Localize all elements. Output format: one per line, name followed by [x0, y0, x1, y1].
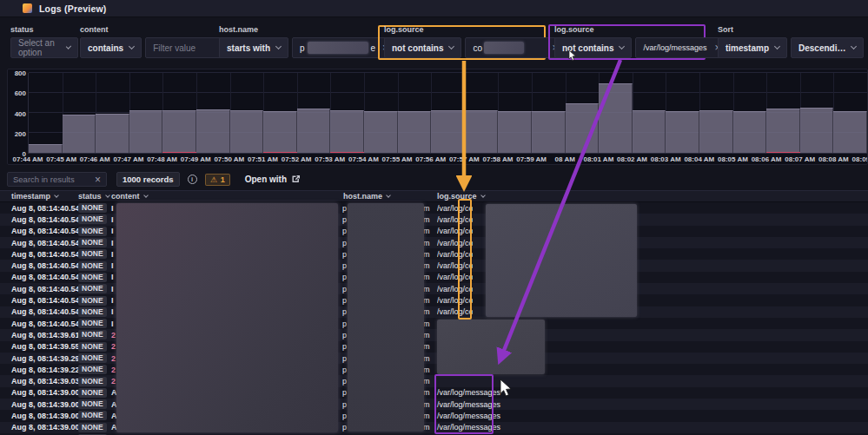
table-row[interactable]: Aug 8, 08:14:40.541NONEIpm/var/log/co: [0, 202, 868, 214]
column-header-log-source[interactable]: log.source: [437, 192, 485, 201]
filter-label-log-source: log.source: [384, 25, 566, 34]
cell-host-prefix: p: [342, 353, 347, 364]
table-row[interactable]: Aug 8, 08:14:40.541NONEIpm/var/log/co: [0, 272, 868, 283]
cell-log-source: /var/log/messages: [437, 399, 500, 410]
chevron-down-icon: [774, 43, 780, 49]
table-row[interactable]: Aug 8, 08:14:39.000NONEApm/var/log/messa…: [0, 387, 868, 399]
table-row[interactable]: Aug 8, 08:14:40.541NONEIpm/var/log/co: [0, 283, 868, 294]
cell-status: NONE: [78, 283, 107, 294]
table-body: Aug 8, 08:14:40.541NONEIpm/var/log/coAug…: [0, 202, 868, 435]
cell-timestamp: Aug 8, 08:14:39.000: [11, 399, 84, 410]
x-tick-label: 07:56 AM: [415, 155, 446, 163]
cell-content: 2: [111, 364, 116, 375]
column-header-timestamp[interactable]: timestamp: [11, 192, 58, 201]
cell-timestamp: Aug 8, 08:14:39.000: [11, 410, 84, 421]
chevron-down-icon: [54, 193, 59, 198]
y-tick-label: 600: [15, 89, 26, 97]
x-tick-label: 07:48 AM: [147, 155, 177, 163]
log-source-2-filter-input[interactable]: /var/log/messages ×: [635, 37, 728, 58]
content-filter-input[interactable]: Filter value: [145, 37, 229, 58]
table-row[interactable]: Aug 8, 08:14:40.541NONEIpm/var/log/co: [0, 260, 868, 271]
host-name-filter-input[interactable]: p e ×: [292, 37, 396, 58]
open-with-button[interactable]: Open with: [245, 175, 301, 184]
content-operator-select[interactable]: contains: [80, 37, 142, 58]
cell-status: NONE: [78, 226, 107, 237]
log-source-2-operator-select[interactable]: not contains: [554, 37, 632, 58]
cell-content: A: [111, 387, 117, 399]
cell-timestamp: Aug 8, 08:14:39.229: [11, 364, 84, 375]
x-tick-label: 07:51 AM: [248, 155, 278, 163]
column-header-status[interactable]: status: [78, 192, 109, 201]
cell-content: I: [111, 283, 114, 294]
status-badge: NONE: [78, 388, 107, 398]
cell-host-suffix: m: [423, 226, 430, 237]
cell-host-suffix: m: [423, 422, 430, 433]
cell-host-prefix: p: [342, 410, 347, 421]
x-tick-label: 07:45 AM: [46, 155, 76, 163]
log-source-1-filter-input[interactable]: co ×: [465, 37, 566, 58]
sort-label: Sort: [718, 25, 868, 34]
cell-status: NONE: [78, 237, 107, 248]
cell-log-source: /var/log/co: [437, 214, 473, 225]
table-row[interactable]: Aug 8, 08:14:39.612NONE2pm: [0, 329, 868, 340]
table-row[interactable]: Aug 8, 08:14:40.541NONEIpm/var/log/co: [0, 318, 868, 329]
chart-bar: [263, 111, 297, 153]
table-row[interactable]: Aug 8, 08:14:39.229NONE2pm: [0, 364, 868, 375]
cell-content: I: [111, 226, 114, 237]
chevron-down-icon: [143, 193, 149, 198]
chart-error-bar: [162, 152, 196, 153]
cell-timestamp: Aug 8, 08:14:39.291: [11, 353, 84, 364]
cell-log-source: /var/log/co: [437, 226, 473, 237]
info-icon[interactable]: i: [188, 175, 197, 184]
cell-status: NONE: [78, 318, 107, 329]
chart-bar: [196, 109, 230, 153]
cell-timestamp: Aug 8, 08:14:40.541: [11, 214, 84, 225]
cell-log-source: /var/log/co: [437, 294, 473, 306]
y-tick-label: 800: [15, 69, 26, 77]
status-badge: NONE: [78, 411, 107, 420]
sort-direction-select[interactable]: Descendi…: [791, 37, 864, 58]
table-row[interactable]: Aug 8, 08:14:40.541NONEIpm/var/log/co: [0, 248, 868, 260]
chart-bar: [162, 110, 196, 153]
column-header-host-name[interactable]: host.name: [343, 192, 390, 201]
table-row[interactable]: Aug 8, 08:14:39.037NONE2pm: [0, 375, 868, 386]
x-tick-label: 07:52 AM: [282, 155, 312, 163]
table-row[interactable]: Aug 8, 08:14:40.541NONEIpm/var/log/co: [0, 214, 868, 225]
table-row[interactable]: Aug 8, 08:14:39.291NONE2pm: [0, 353, 868, 364]
log-source-1-operator-select[interactable]: not contains: [384, 37, 461, 58]
cell-status: NONE: [78, 306, 107, 318]
chevron-down-icon: [275, 43, 282, 49]
cell-status: NONE: [78, 248, 107, 260]
sort-field-select[interactable]: timestamp: [718, 37, 787, 58]
chart-plot[interactable]: [28, 73, 867, 154]
x-tick-label: 08:05 AM: [718, 155, 748, 163]
cell-log-source: /var/log/messages: [437, 387, 500, 399]
clear-search-icon[interactable]: ×: [89, 175, 101, 185]
table-row[interactable]: Aug 8, 08:14:40.541NONEIpm/var/log/co: [0, 237, 868, 248]
x-tick-label: 07:57 AM: [449, 155, 480, 163]
status-badge: NONE: [78, 261, 107, 271]
table-row[interactable]: Aug 8, 08:14:40.541NONEIpm/var/log/co: [0, 226, 868, 237]
cell-log-source: /var/log/co: [437, 306, 473, 318]
host-name-operator-select[interactable]: starts with: [219, 37, 288, 58]
table-row[interactable]: Aug 8, 08:14:40.541NONEIpm/var/log/co: [0, 294, 868, 306]
table-row[interactable]: Aug 8, 08:14:39.000NONEApm/var/log/messa…: [0, 422, 868, 433]
table-row[interactable]: Aug 8, 08:14:40.541NONEIpm/var/log/co: [0, 306, 868, 318]
status-badge: NONE: [78, 296, 107, 306]
cell-status: NONE: [78, 353, 107, 364]
column-header-content[interactable]: content: [111, 192, 148, 201]
warning-badge[interactable]: ⚠ 1: [205, 174, 230, 186]
cell-content: I: [111, 214, 114, 225]
x-tick-label: 07:47 AM: [113, 155, 143, 163]
search-input[interactable]: Search in results ×: [7, 172, 107, 187]
cell-content: 2: [111, 341, 116, 353]
open-in-new-icon: [291, 175, 301, 184]
table-row[interactable]: Aug 8, 08:14:39.559NONE2pm: [0, 341, 868, 353]
cell-content: I: [111, 202, 114, 214]
table-row[interactable]: Aug 8, 08:14:39.000NONEApm/var/log/messa…: [0, 410, 868, 421]
status-select[interactable]: Select an option: [10, 37, 78, 58]
x-tick-label: 08:08 AM: [818, 155, 849, 163]
table-row[interactable]: Aug 8, 08:14:39.000NONEApm/var/log/messa…: [0, 399, 868, 410]
cell-host-suffix: m: [423, 341, 430, 353]
cell-log-source: /var/log/co: [437, 318, 473, 329]
